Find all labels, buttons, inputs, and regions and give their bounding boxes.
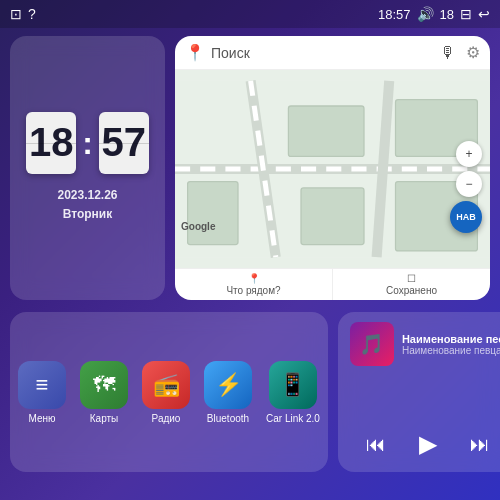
map-nearby-label: Что рядом?: [226, 285, 280, 296]
map-zoom-controls: + −: [456, 141, 482, 197]
next-icon: ⏭: [470, 433, 490, 456]
maps-icon: 🗺: [80, 361, 128, 409]
status-bar: ⊡ ? 18:57 🔊 18 ⊟ ↩: [0, 0, 500, 28]
music-artist: Наименование певца: [402, 345, 500, 356]
svg-rect-6: [288, 106, 364, 156]
map-footer: 📍 Что рядом? ☐ Сохранено: [175, 268, 490, 300]
back-icon[interactable]: ↩: [478, 6, 490, 22]
bluetooth-icon: ⚡: [204, 361, 252, 409]
status-right: 18:57 🔊 18 ⊟ ↩: [378, 6, 490, 22]
battery-level: 18: [440, 7, 454, 22]
question-icon[interactable]: ?: [28, 6, 36, 22]
carlink-icon: 📱: [269, 361, 317, 409]
svg-rect-8: [301, 188, 364, 245]
map-nav-button[interactable]: НАВ: [450, 201, 482, 233]
clock-minutes: 57: [99, 112, 149, 174]
album-art-icon: 🎵: [359, 332, 384, 356]
status-left-icons: ⊡ ?: [10, 6, 36, 22]
home-icon[interactable]: ⊡: [10, 6, 22, 22]
map-nearby-btn[interactable]: 📍 Что рядом?: [175, 269, 333, 300]
map-saved-label: Сохранено: [386, 285, 437, 296]
music-widget: 🎵 Наименование песни Наименование певца …: [338, 312, 500, 472]
app-item-menu[interactable]: ≡ Меню: [18, 361, 66, 424]
music-prev-button[interactable]: ⏮: [358, 426, 394, 462]
clock-date-value: 2023.12.26: [57, 186, 117, 205]
maps-label: Карты: [90, 413, 119, 424]
flip-clock: 18 : 57: [26, 112, 149, 174]
map-search-bar: 📍 Поиск 🎙 ⚙: [175, 36, 490, 70]
map-pin-icon: 📍: [185, 43, 205, 62]
clock-widget: 18 : 57 2023.12.26 Вторник: [10, 36, 165, 300]
bluetooth-label: Bluetooth: [207, 413, 249, 424]
connection-icon: ⊟: [460, 6, 472, 22]
app-item-bluetooth[interactable]: ⚡ Bluetooth: [204, 361, 252, 424]
svg-rect-7: [188, 182, 238, 245]
map-saved-btn[interactable]: ☐ Сохранено: [333, 269, 490, 300]
carlink-label: Car Link 2.0: [266, 413, 320, 424]
map-widget: 📍 Поиск 🎙 ⚙: [175, 36, 490, 300]
map-zoom-in[interactable]: +: [456, 141, 482, 167]
map-nav-label: НАВ: [456, 212, 476, 222]
map-zoom-out[interactable]: −: [456, 171, 482, 197]
music-play-button[interactable]: ▶: [410, 426, 446, 462]
map-saved-icon: ☐: [407, 273, 416, 284]
bottom-section: ≡ Меню 🗺 Карты 📻 Радио: [0, 312, 500, 472]
map-search-input[interactable]: Поиск: [211, 45, 434, 61]
music-controls: ⏮ ▶ ⏭: [350, 426, 500, 462]
map-settings-icon[interactable]: ⚙: [466, 43, 480, 62]
play-icon: ▶: [419, 430, 437, 458]
clock-date: 2023.12.26 Вторник: [57, 186, 117, 224]
main-content: 18 : 57 2023.12.26 Вторник 📍 Поиск 🎙 ⚙: [0, 28, 500, 308]
map-area[interactable]: + − Google НАВ: [175, 70, 490, 268]
screen: ⊡ ? 18:57 🔊 18 ⊟ ↩ 18 : 57 2023.12.26 Вт…: [0, 0, 500, 500]
map-mic-icon[interactable]: 🎙: [440, 44, 456, 62]
app-grid: ≡ Меню 🗺 Карты 📻 Радио: [10, 312, 328, 472]
radio-label: Радио: [152, 413, 181, 424]
app-row: ≡ Меню 🗺 Карты 📻 Радио: [18, 361, 320, 424]
radio-icon: 📻: [142, 361, 190, 409]
music-top: 🎵 Наименование песни Наименование певца: [350, 322, 500, 366]
map-nearby-icon: 📍: [248, 273, 260, 284]
menu-label: Меню: [28, 413, 55, 424]
prev-icon: ⏮: [366, 433, 386, 456]
app-item-carlink[interactable]: 📱 Car Link 2.0: [266, 361, 320, 424]
app-item-radio[interactable]: 📻 Радио: [142, 361, 190, 424]
music-info: Наименование песни Наименование певца: [402, 333, 500, 356]
music-next-button[interactable]: ⏭: [462, 426, 498, 462]
clock-colon: :: [82, 127, 93, 159]
clock-hours: 18: [26, 112, 76, 174]
music-album-art: 🎵: [350, 322, 394, 366]
google-logo: Google: [181, 221, 215, 232]
volume-icon: 🔊: [417, 6, 434, 22]
app-item-maps[interactable]: 🗺 Карты: [80, 361, 128, 424]
menu-icon: ≡: [18, 361, 66, 409]
status-time: 18:57: [378, 7, 411, 22]
clock-weekday: Вторник: [57, 205, 117, 224]
music-title: Наименование песни: [402, 333, 500, 345]
